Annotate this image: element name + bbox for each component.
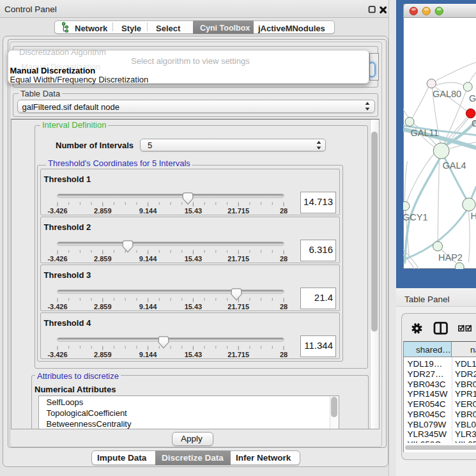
svg-text:GAL11: GAL11	[410, 128, 438, 138]
svg-text:H: H	[470, 211, 476, 221]
svg-text:GA: GA	[469, 93, 476, 103]
svg-text:C: C	[472, 118, 476, 128]
svg-text:HAP2: HAP2	[438, 252, 463, 262]
svg-text:GAL80: GAL80	[433, 89, 461, 99]
svg-text:GCY1: GCY1	[403, 211, 428, 222]
svg-text:GAL4: GAL4	[442, 160, 466, 170]
